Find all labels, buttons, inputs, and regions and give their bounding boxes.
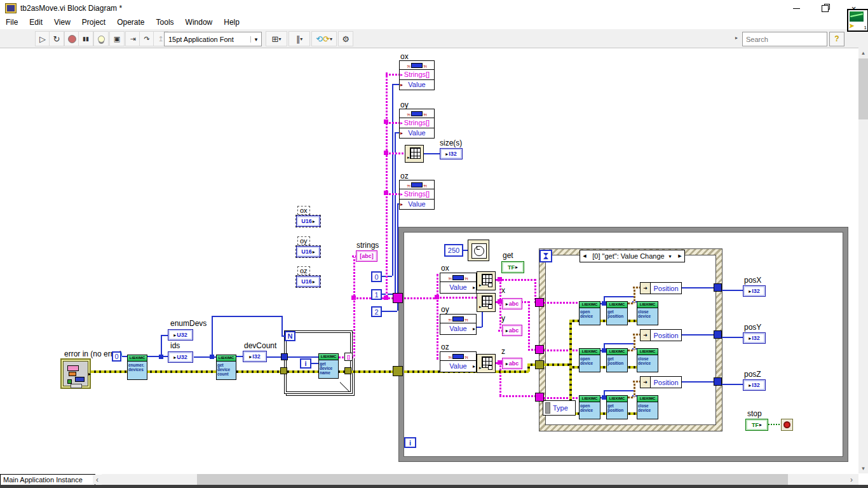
scroll-up-arrow[interactable]: ▴ <box>858 48 868 58</box>
abort-button[interactable] <box>64 31 79 46</box>
posy-indicator[interactable]: ▸I32 <box>743 332 766 344</box>
property-node-oy[interactable]: ?!?! ▸Strings[] ▸Value <box>399 109 435 139</box>
event-prev-icon[interactable]: ◀ <box>580 254 589 259</box>
get-position-node[interactable]: LIBXIMC getposition <box>606 301 628 325</box>
menu-item-tools[interactable]: Tools <box>151 17 180 29</box>
loop-property-node-ox[interactable]: ?!?! Value▸ <box>440 273 477 294</box>
menu-item-help[interactable]: Help <box>218 17 245 29</box>
menu-item-file[interactable]: File <box>0 17 24 29</box>
enumdevs-label: enumDevs <box>170 319 207 328</box>
event-next-icon[interactable]: ▶ <box>675 254 684 259</box>
scroll-right-arrow[interactable]: › <box>846 475 857 484</box>
event-timeout-terminal[interactable] <box>539 250 552 262</box>
array-size-node[interactable]: ▸ <box>405 145 424 163</box>
loop-condition-terminal[interactable] <box>781 419 793 431</box>
property-strings-row[interactable]: ▸Strings[] <box>400 70 434 80</box>
menu-item-window[interactable]: Window <box>180 17 219 29</box>
x-string-indicator[interactable]: ▸abc <box>502 298 522 309</box>
property-node-ox[interactable]: ?!?! ▸Strings[] ▸Value <box>399 60 435 90</box>
index-constant-0[interactable]: 0 <box>371 271 382 282</box>
get-position-node[interactable]: LIBXIMC getposition <box>606 348 628 372</box>
run-button[interactable]: ▷ <box>35 31 50 46</box>
step-over-button[interactable]: ↷ <box>139 31 154 46</box>
minimize-button[interactable] <box>782 0 811 17</box>
step-into-button[interactable]: ⇥ <box>125 31 140 46</box>
event-dropdown-icon[interactable]: ▼ <box>668 254 675 259</box>
while-loop-iteration-terminal[interactable]: i <box>404 437 416 448</box>
align-objects-dropdown[interactable]: ⊞▾ <box>266 31 287 46</box>
property-value-row[interactable]: Value▸ <box>440 323 476 334</box>
get-device-count-node[interactable]: LIBXIMC getdevicecount <box>216 355 236 380</box>
strings-indicator[interactable]: [abc] <box>356 250 377 262</box>
profile-constant[interactable]: 0 <box>112 351 121 362</box>
local-terminal-ox[interactable]: U16▸ <box>296 215 320 227</box>
stop-boolean-terminal[interactable]: TF▸ <box>745 419 768 431</box>
menu-item-project[interactable]: Project <box>76 17 111 29</box>
menu-item-view[interactable]: View <box>48 17 76 29</box>
search-input[interactable] <box>743 35 837 44</box>
index-array-node[interactable]: ▸ <box>477 271 496 290</box>
horizontal-scrollbar-thumb[interactable] <box>197 474 788 485</box>
vi-connector-icon[interactable]: ➤ 1 <box>847 9 868 32</box>
reorder-dropdown[interactable]: ⟲⟳▾ <box>311 31 337 46</box>
for-loop-iteration-terminal[interactable]: i <box>300 358 311 369</box>
property-value-row[interactable]: Value▸ <box>440 361 476 372</box>
event-data-type-node[interactable]: Type <box>543 400 576 416</box>
index-array-node[interactable]: ▸ <box>477 293 496 312</box>
unbundle-position-node[interactable]: ➜Position <box>640 282 682 294</box>
restore-button[interactable] <box>811 0 839 17</box>
loop-property-node-oy[interactable]: ?!?! Value▸ <box>440 314 477 335</box>
local-terminal-oy[interactable]: U16▸ <box>296 246 320 257</box>
property-strings-row[interactable]: ▸Strings[] <box>400 189 434 200</box>
scroll-down-arrow[interactable]: ▾ <box>858 463 868 473</box>
close-device-node[interactable]: LIBXIMC closedevice <box>637 348 658 372</box>
enumdevs-indicator[interactable]: ▸U32 <box>168 329 193 341</box>
property-value-row[interactable]: ▸Value <box>400 128 434 138</box>
unbundle-position-node[interactable]: ➜Position <box>640 329 682 341</box>
y-string-indicator[interactable]: ▸abc <box>502 325 522 336</box>
size-indicator[interactable]: ▸I32 <box>440 148 463 159</box>
menu-item-edit[interactable]: Edit <box>24 17 48 29</box>
run-continuous-button[interactable]: ↻ <box>49 31 64 46</box>
highlight-execution-button[interactable] <box>93 31 109 46</box>
retain-wire-values-button[interactable]: ▣ <box>109 31 125 46</box>
font-selector[interactable]: 15pt Application Font ▾ <box>164 32 262 46</box>
wait-ms-constant[interactable]: 250 <box>444 244 463 257</box>
ids-indicator[interactable]: ▸U32 <box>168 351 193 363</box>
close-device-node[interactable]: LIBXIMC closedevice <box>637 301 658 325</box>
posz-indicator[interactable]: ▸I32 <box>743 379 766 391</box>
close-device-node[interactable]: LIBXIMC closedevice <box>637 395 658 419</box>
property-value-row[interactable]: ▸Value <box>400 80 434 90</box>
open-device-node[interactable]: LIBXIMC opendevice <box>579 395 600 419</box>
get-device-name-node[interactable]: LIBXIMC getdevicename <box>318 353 339 379</box>
posx-indicator[interactable]: ▸I32 <box>743 285 766 297</box>
get-position-node[interactable]: LIBXIMC getposition <box>606 395 628 419</box>
loop-property-node-oz[interactable]: ?!?! Value▸ <box>440 351 477 372</box>
unbundle-position-node[interactable]: ➜Position <box>640 376 682 388</box>
property-node-oz[interactable]: ?!?! ▸Strings[] ▸Value <box>399 180 435 210</box>
scroll-left-arrow[interactable]: ‹ <box>93 475 102 484</box>
index-constant-2[interactable]: 2 <box>371 306 382 317</box>
wait-until-ms-node[interactable] <box>468 240 489 261</box>
get-boolean-terminal[interactable]: TF▸ <box>501 261 524 273</box>
menu-item-operate[interactable]: Operate <box>111 17 150 29</box>
open-device-node[interactable]: LIBXIMC opendevice <box>579 301 600 325</box>
error-in-cluster[interactable]: ▸ <box>60 358 91 389</box>
devcount-indicator[interactable]: ▸I32 <box>243 351 267 362</box>
property-strings-row[interactable]: ▸Strings[] <box>400 118 434 128</box>
property-value-row[interactable]: ▸Value <box>400 200 434 209</box>
local-terminal-oz[interactable]: U16▸ <box>296 276 320 287</box>
for-loop-count-terminal[interactable]: N <box>285 331 295 341</box>
index-constant-1[interactable]: 1 <box>371 289 382 300</box>
z-string-indicator[interactable]: ▸abc <box>502 358 522 369</box>
pause-button[interactable]: ▮▮ <box>78 31 93 46</box>
help-button[interactable]: ? <box>829 32 844 46</box>
index-array-node[interactable]: ▸ <box>477 354 496 373</box>
event-structure-selector[interactable]: ◀ [0] "get": Value Change ▼ ▶ <box>580 250 685 262</box>
enumerate-devices-node[interactable]: LIBXIMC enumer.devices <box>127 355 147 380</box>
cleanup-diagram-button[interactable]: ⚙ <box>338 31 353 46</box>
vertical-scrollbar-thumb[interactable] <box>858 58 868 119</box>
distribute-objects-dropdown[interactable]: ∥▾ <box>288 31 310 46</box>
property-value-row[interactable]: Value▸ <box>440 282 476 293</box>
open-device-node[interactable]: LIBXIMC opendevice <box>579 348 600 372</box>
